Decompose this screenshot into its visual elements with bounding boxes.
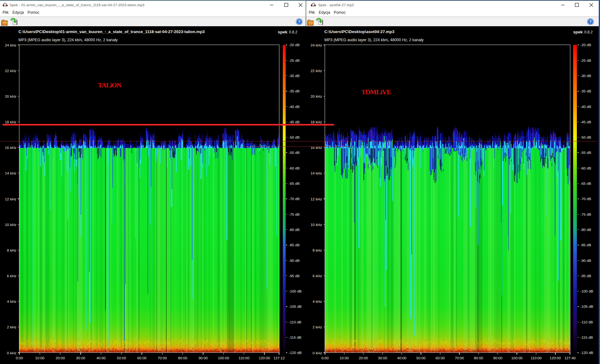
svg-text:8 kHz: 8 kHz xyxy=(312,248,322,253)
svg-text:-50 dB: -50 dB xyxy=(580,135,591,140)
svg-text:MP3 (MPEG audio layer 3), 224: MP3 (MPEG audio layer 3), 224 kb/s, 4800… xyxy=(324,38,424,42)
svg-text:-80 dB: -80 dB xyxy=(289,228,300,232)
svg-text:30:00: 30:00 xyxy=(378,356,387,360)
svg-text:50:00: 50:00 xyxy=(117,356,126,360)
svg-text:2 kHz: 2 kHz xyxy=(312,325,322,329)
svg-text:-115 dB: -115 dB xyxy=(289,335,302,340)
svg-text:110:00: 110:00 xyxy=(238,356,250,360)
svg-text:0:00: 0:00 xyxy=(16,356,23,360)
svg-text:-60 dB: -60 dB xyxy=(580,166,591,170)
svg-text:-70 dB: -70 dB xyxy=(580,197,591,201)
svg-text:8 kHz: 8 kHz xyxy=(7,248,16,253)
svg-text:-30 dB: -30 dB xyxy=(289,74,300,78)
svg-text:?: ? xyxy=(589,19,592,24)
svg-text:-30 dB: -30 dB xyxy=(580,74,591,78)
svg-text:-20 dB: -20 dB xyxy=(580,43,591,47)
svg-text:22 kHz: 22 kHz xyxy=(311,69,322,73)
svg-text:-35 dB: -35 dB xyxy=(289,89,300,93)
svg-text:20:00: 20:00 xyxy=(56,356,65,360)
svg-text:-105 dB: -105 dB xyxy=(580,304,593,309)
svg-text:0 kHz: 0 kHz xyxy=(312,351,322,355)
svg-text:-85 dB: -85 dB xyxy=(580,243,591,247)
svg-text:4 kHz: 4 kHz xyxy=(7,299,16,304)
svg-text:4 kHz: 4 kHz xyxy=(312,299,322,304)
svg-text:120:00: 120:00 xyxy=(550,356,561,360)
svg-text:70:00: 70:00 xyxy=(455,356,464,360)
svg-text:18 kHz: 18 kHz xyxy=(5,120,17,124)
svg-text:-90 dB: -90 dB xyxy=(289,258,300,263)
svg-text:10 kHz: 10 kHz xyxy=(5,223,17,227)
svg-text:-100 dB: -100 dB xyxy=(580,289,593,293)
svg-text:-75 dB: -75 dB xyxy=(289,212,300,217)
svg-text:-20 dB: -20 dB xyxy=(289,43,300,47)
svg-text:C:\Users\PC\Desktop\asot04-27.: C:\Users\PC\Desktop\asot04-27.mp3 xyxy=(324,29,394,34)
svg-text:10 kHz: 10 kHz xyxy=(311,223,322,227)
svg-text:-55 dB: -55 dB xyxy=(580,150,591,155)
svg-text:2 kHz: 2 kHz xyxy=(7,325,16,329)
svg-text:22 kHz: 22 kHz xyxy=(5,69,17,73)
svg-text:-120 dB: -120 dB xyxy=(580,351,593,355)
svg-text:80:00: 80:00 xyxy=(474,356,483,360)
svg-text:100:00: 100:00 xyxy=(218,356,229,360)
svg-text:-45 dB: -45 dB xyxy=(289,120,300,124)
svg-text:70:00: 70:00 xyxy=(158,356,167,360)
svg-text:120:00: 120:00 xyxy=(259,356,270,360)
svg-text:-110 dB: -110 dB xyxy=(289,320,302,324)
svg-text:14 kHz: 14 kHz xyxy=(5,171,17,175)
svg-text:50:00: 50:00 xyxy=(416,356,426,360)
svg-text:12 kHz: 12 kHz xyxy=(5,197,17,201)
svg-text:127:12: 127:12 xyxy=(273,356,285,360)
svg-text:TALiON: TALiON xyxy=(98,81,122,89)
svg-text:80:00: 80:00 xyxy=(178,356,188,360)
svg-text:14 kHz: 14 kHz xyxy=(311,171,322,175)
svg-text:20 kHz: 20 kHz xyxy=(311,94,322,99)
svg-text:?: ? xyxy=(298,19,301,24)
svg-text:-60 dB: -60 dB xyxy=(289,166,300,170)
svg-text:-40 dB: -40 dB xyxy=(289,105,300,109)
svg-text:-70 dB: -70 dB xyxy=(289,197,300,201)
svg-text:-25 dB: -25 dB xyxy=(289,58,300,63)
svg-text:10:00: 10:00 xyxy=(35,356,45,360)
svg-text:12 kHz: 12 kHz xyxy=(311,197,322,201)
svg-text:-45 dB: -45 dB xyxy=(580,120,591,124)
svg-text:TDMLiVE: TDMLiVE xyxy=(361,88,391,96)
svg-text:-40 dB: -40 dB xyxy=(580,105,591,109)
svg-text:-85 dB: -85 dB xyxy=(289,243,300,247)
svg-text:MP3 (MPEG audio layer 3), 224: MP3 (MPEG audio layer 3), 224 kb/s, 4800… xyxy=(18,38,118,42)
svg-text:110:00: 110:00 xyxy=(531,356,542,360)
svg-text:127:40: 127:40 xyxy=(564,356,576,360)
svg-text:-105 dB: -105 dB xyxy=(289,304,302,309)
svg-text:C:\Users\PC\Desktop\01-armin_v: C:\Users\PC\Desktop\01-armin_van_buuren_… xyxy=(18,29,205,34)
svg-text:24 kHz: 24 kHz xyxy=(311,43,322,47)
svg-text:16 kHz: 16 kHz xyxy=(5,145,17,150)
svg-text:-75 dB: -75 dB xyxy=(580,212,591,217)
svg-text:0:00: 0:00 xyxy=(322,356,329,360)
svg-text:-55 dB: -55 dB xyxy=(289,150,300,155)
svg-text:-50 dB: -50 dB xyxy=(289,135,300,140)
svg-text:6 kHz: 6 kHz xyxy=(312,274,322,278)
svg-text:-115 dB: -115 dB xyxy=(580,335,593,340)
svg-text:40:00: 40:00 xyxy=(97,356,106,360)
svg-text:60:00: 60:00 xyxy=(137,356,147,360)
svg-text:16 kHz: 16 kHz xyxy=(311,145,322,150)
svg-text:-95 dB: -95 dB xyxy=(289,274,300,278)
svg-text:90:00: 90:00 xyxy=(198,356,208,360)
svg-text:-25 dB: -25 dB xyxy=(580,58,591,63)
svg-text:60:00: 60:00 xyxy=(436,356,445,360)
svg-text:-110 dB: -110 dB xyxy=(580,320,593,324)
svg-text:-120 dB: -120 dB xyxy=(289,351,302,355)
svg-text:24 kHz: 24 kHz xyxy=(5,43,17,47)
svg-text:-65 dB: -65 dB xyxy=(289,181,300,186)
svg-text:30:00: 30:00 xyxy=(76,356,85,360)
svg-text:-65 dB: -65 dB xyxy=(580,181,591,186)
svg-text:0 kHz: 0 kHz xyxy=(7,351,16,355)
svg-text:-35 dB: -35 dB xyxy=(580,89,591,93)
svg-text:18 kHz: 18 kHz xyxy=(311,120,322,124)
svg-text:6 kHz: 6 kHz xyxy=(7,274,16,278)
svg-text:20 kHz: 20 kHz xyxy=(5,94,17,99)
svg-text:90:00: 90:00 xyxy=(493,356,502,360)
svg-text:-90 dB: -90 dB xyxy=(580,258,591,263)
svg-text:10:00: 10:00 xyxy=(340,356,349,360)
svg-text:40:00: 40:00 xyxy=(397,356,407,360)
svg-text:-95 dB: -95 dB xyxy=(580,274,591,278)
